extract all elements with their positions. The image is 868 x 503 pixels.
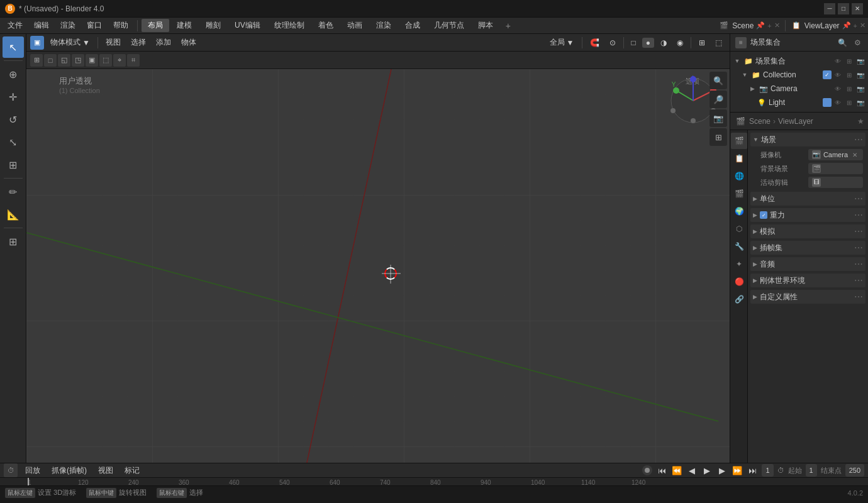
current-frame-box[interactable]: 1 [762,464,773,477]
props-icon-output[interactable]: 📋 [731,150,747,167]
outliner-item-scene-collection[interactable]: ▼ 📁 场景集合 👁 ⊞ 📷 [730,54,868,68]
sub-icon-1[interactable]: ⊞ [30,54,43,67]
end-frame-box[interactable]: 250 [845,464,864,477]
props-bookmark-button[interactable]: ★ [857,117,864,126]
viewlayer-close-icon[interactable]: ✕ [860,21,865,30]
toggle-xray[interactable]: ⬚ [711,38,726,48]
props-icon-scene[interactable]: 🎬 [731,185,747,202]
camera-select[interactable]: ⊞ [844,84,854,94]
outliner-item-light[interactable]: 💡 Light 👁 ⊞ 📷 [730,96,868,109]
prev-keyframe-button[interactable]: ⏪ [670,463,684,477]
step-forward-button[interactable]: ▶ [715,463,729,477]
timeline-ruler[interactable]: 1 120 240 360 460 540 640 740 840 940 10… [0,478,868,485]
section-units-header[interactable]: ▶ 单位 ⋯ [750,192,865,206]
scene-collection-render[interactable]: 📷 [855,56,865,66]
section-scene-header[interactable]: ▼ 场景 ⋯ [750,133,865,146]
tool-measure[interactable]: 📐 [3,204,24,225]
step-back-button[interactable]: ◀ [685,463,699,477]
sub-icon-2[interactable]: □ [44,54,57,67]
shading-wireframe[interactable]: □ [628,38,640,48]
section-rigid-body-header[interactable]: ▶ 刚体世界环境 ⋯ [750,274,865,287]
light-render[interactable]: 📷 [855,97,865,108]
workspace-animation[interactable]: 动画 [341,19,369,32]
props-icon-view-layer[interactable]: 🌐 [731,168,747,184]
outliner-search-button[interactable]: 🔍 [837,37,848,48]
tool-annotate[interactable]: ✏ [3,181,24,202]
tool-transform[interactable]: ⊞ [3,154,24,175]
props-icon-constraints[interactable]: 🔗 [731,291,747,307]
tool-move[interactable]: ✛ [3,86,24,108]
tool-select[interactable]: ↖ [3,36,24,58]
sub-icon-4[interactable]: ◳ [72,54,84,67]
scene-name[interactable]: Scene [732,21,754,30]
props-icon-physics[interactable]: 🔴 [731,274,747,290]
viewport-global-selector[interactable]: 全局 ▼ [546,36,578,48]
menu-window[interactable]: 窗口 [82,19,107,32]
collection-eye[interactable]: 👁 [833,70,843,80]
timeline-mark-btn[interactable]: 标记 [121,465,143,477]
clip-prop-value[interactable]: 🎞 [808,177,863,188]
toggle-overlays[interactable]: ⊞ [695,38,709,48]
sub-icon-8[interactable]: ⌗ [127,54,140,67]
section-audio-header[interactable]: ▶ 音频 ⋯ [750,257,865,271]
tool-rotate[interactable]: ↺ [3,109,24,130]
props-breadcrumb-viewlayer[interactable]: ViewLayer [778,117,813,126]
timeline-view-btn[interactable]: 视图 [94,465,117,477]
scene-close-icon[interactable]: ✕ [774,21,780,30]
sub-icon-6[interactable]: ⬚ [99,54,112,67]
next-keyframe-button[interactable]: ⏩ [730,463,744,477]
timeline-keyframe-btn[interactable]: 抓像(插帧) [48,465,91,477]
section-custom-props-header[interactable]: ▶ 自定义属性 ⋯ [750,290,865,304]
outliner-item-camera[interactable]: ▶ 📷 Camera 👁 ⊞ 📷 [730,82,868,96]
camera-button[interactable]: 📷 [709,109,727,127]
minimize-button[interactable]: ─ [824,3,835,14]
light-select[interactable]: ⊞ [844,97,854,108]
workspace-sculpt[interactable]: 雕刻 [199,19,227,32]
zoom-in-button[interactable]: 🔍 [709,72,727,89]
viewport-select-menu[interactable]: 选择 [127,36,150,48]
maximize-button[interactable]: □ [838,3,849,14]
scene-collection-screen[interactable]: ⊞ [844,56,854,66]
camera-prop-value[interactable]: 📷 Camera ✕ [808,149,863,160]
viewlayer-name[interactable]: ViewLayer [804,21,840,30]
collection-render[interactable]: 📷 [855,70,865,80]
close-button[interactable]: ✕ [852,3,863,14]
collection-screen[interactable]: ⊞ [844,70,854,80]
shading-material[interactable]: ◑ [657,38,670,48]
section-keying-header[interactable]: ▶ 插帧集 ⋯ [750,241,865,255]
camera-render[interactable]: 📷 [855,84,865,94]
shading-render[interactable]: ◉ [673,38,687,48]
workspace-scripting[interactable]: 脚本 [472,19,499,32]
viewport-add-menu[interactable]: 添加 [152,36,175,48]
menu-help[interactable]: 帮助 [108,19,133,32]
props-icon-world[interactable]: 🌍 [731,203,747,219]
gravity-checkbox[interactable]: ✓ [760,211,767,219]
workspace-modeling[interactable]: 建模 [170,19,198,32]
props-icon-particles[interactable]: ✦ [731,256,747,272]
props-icon-render[interactable]: 🎬 [731,133,747,149]
camera-eye[interactable]: 👁 [833,84,843,94]
tool-scale[interactable]: ⤡ [3,131,24,153]
props-icon-modifiers[interactable]: 🔧 [731,238,747,255]
light-eye[interactable]: 👁 [833,97,843,108]
camera-clear-button[interactable]: ✕ [850,150,859,159]
sub-icon-3[interactable]: ◱ [58,54,70,67]
workspace-render[interactable]: 渲染 [370,19,398,32]
proportional-btn[interactable]: ⊙ [606,38,620,48]
viewport-3d[interactable]: ▣ 物体模式 ▼ 视图 选择 添加 物体 全局 ▼ 🧲 ⊙ □ [26,34,730,463]
menu-render[interactable]: 渲染 [55,19,81,32]
jump-start-button[interactable]: ⏮ [655,463,669,477]
play-button[interactable]: ▶ [700,463,714,477]
scene-collection-eye[interactable]: 👁 [833,56,843,66]
sub-icon-7[interactable]: ⌖ [113,54,126,67]
outliner-item-collection[interactable]: ▼ 📁 Collection ✓ 👁 ⊞ 📷 [730,68,868,82]
sub-icon-5[interactable]: ▣ [86,54,98,67]
workspace-compositing[interactable]: 合成 [399,19,426,32]
outliner-filter-button[interactable]: ⚙ [852,37,863,48]
background-prop-value[interactable]: 🎬 [808,163,863,174]
viewlayer-new-icon[interactable]: + [854,22,857,30]
jump-end-button[interactable]: ⏭ [745,463,759,477]
tool-add[interactable]: ⊞ [3,231,24,252]
workspace-texture-paint[interactable]: 纹理绘制 [268,19,311,32]
timeline-playback-btn[interactable]: 回放 [21,465,44,477]
